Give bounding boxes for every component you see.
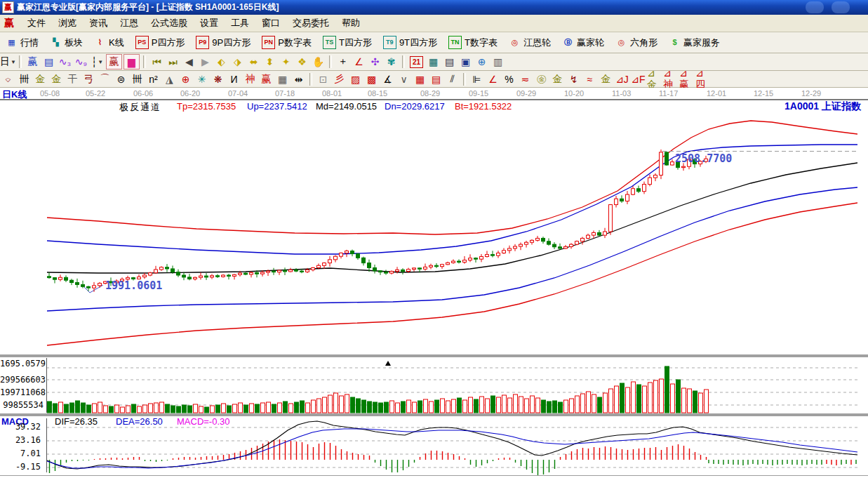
- gold-circle-icon[interactable]: ㊎: [534, 72, 549, 86]
- gann-compass-icon[interactable]: ⌔: [1, 72, 15, 86]
- menu-logo-icon: 赢: [4, 17, 14, 29]
- angle-lines-icon[interactable]: ∡: [380, 72, 395, 86]
- chart-region[interactable]: 极反通道 Tp=2315.7535 Up=2237.5412 Md=2149.0…: [0, 100, 868, 478]
- jump-last-icon[interactable]: ⏭: [166, 55, 180, 69]
- brush-tool-icon[interactable]: ↯: [566, 72, 581, 86]
- shift-right-icon[interactable]: ⬗: [230, 55, 245, 69]
- winner-service-button[interactable]: $赢家服务: [667, 36, 722, 50]
- hash-grid-icon[interactable]: 卌: [130, 72, 145, 86]
- kline-button[interactable]: ⌇K线: [92, 36, 126, 50]
- f-grid-icon[interactable]: 干: [65, 72, 80, 86]
- shen-angle-icon[interactable]: ⊿神: [663, 72, 678, 86]
- network-icon[interactable]: ⊕: [474, 55, 489, 69]
- t9-square-button[interactable]: T99T四方形: [381, 35, 439, 50]
- angle-measure-icon[interactable]: ∠: [352, 55, 366, 69]
- gold-grid-2-icon[interactable]: 金: [49, 72, 64, 86]
- gann-flower-icon[interactable]: ✣: [368, 55, 382, 69]
- starburst-icon[interactable]: ✳: [194, 72, 209, 86]
- n-square-icon[interactable]: n²: [146, 72, 161, 86]
- winner-service-icon: $: [669, 36, 681, 48]
- percent-line-icon[interactable]: ≂: [518, 72, 533, 86]
- wave-v-icon[interactable]: ∨: [396, 72, 411, 86]
- workstation-icon[interactable]: ▥: [490, 55, 505, 69]
- save-icon[interactable]: ▣: [458, 55, 473, 69]
- shift-left-icon[interactable]: ⬖: [214, 55, 229, 69]
- menu-item-3[interactable]: 江恩: [114, 15, 145, 31]
- star-grid-icon[interactable]: ❋: [211, 72, 225, 86]
- step-forward-icon[interactable]: ▶: [198, 55, 213, 69]
- gold-angle-icon[interactable]: 金: [599, 72, 613, 86]
- menu-item-2[interactable]: 资讯: [83, 15, 114, 31]
- fit-screen-icon[interactable]: ✦: [279, 55, 293, 69]
- menu-item-7[interactable]: 窗口: [255, 15, 286, 31]
- j-angle-icon[interactable]: ⊿J: [615, 72, 629, 86]
- full-range-icon[interactable]: ❖: [295, 55, 309, 69]
- hand-tool-icon[interactable]: ✋: [311, 55, 326, 69]
- percent-icon[interactable]: %: [502, 72, 516, 86]
- gold-angle-2-icon[interactable]: ⊿金: [647, 72, 662, 86]
- info-panel-icon[interactable]: ▤: [41, 55, 56, 69]
- macd-axis-label: 23.16: [0, 435, 41, 445]
- scale-tool-icon[interactable]: ⊫: [469, 72, 484, 86]
- hexagon-button[interactable]: ◎六角形: [613, 36, 660, 50]
- p-number-button[interactable]: PNP数字表: [260, 35, 314, 50]
- mirror-angle-icon[interactable]: ◮: [162, 72, 177, 86]
- wave-3-icon[interactable]: ∿₃: [58, 55, 72, 69]
- fan-dense-icon[interactable]: ▩: [364, 72, 379, 86]
- gann-wheel-button[interactable]: ◎江恩轮: [507, 36, 553, 50]
- menu-item-5[interactable]: 设置: [194, 15, 225, 31]
- percent-angle-icon[interactable]: ∠: [486, 72, 500, 86]
- fan-lines-icon[interactable]: 彡: [332, 72, 347, 86]
- spiral-icon[interactable]: 弓: [81, 72, 96, 86]
- box-select-icon[interactable]: ⊡: [316, 72, 330, 86]
- fan-box-icon[interactable]: ▨: [348, 72, 363, 86]
- target-cross-icon[interactable]: ⊕: [178, 72, 193, 86]
- jump-first-icon[interactable]: ⏮: [149, 55, 164, 69]
- wave-ab-icon[interactable]: ≈: [582, 72, 597, 86]
- color-histogram-icon[interactable]: ▆: [123, 54, 140, 69]
- menu-item-1[interactable]: 浏览: [52, 15, 83, 31]
- winner-wheel-button[interactable]: Ⓑ赢家轮: [560, 36, 606, 50]
- calculator-icon[interactable]: ▦: [426, 55, 441, 69]
- win-grid-icon[interactable]: 赢: [259, 72, 274, 86]
- notes-icon[interactable]: ▤: [442, 55, 457, 69]
- p-square-button[interactable]: PSP四方形: [133, 35, 187, 50]
- gold-line-icon[interactable]: 金: [550, 72, 565, 86]
- ruler-grid-icon[interactable]: ▦: [275, 72, 290, 86]
- knot-tool-icon[interactable]: ✾: [384, 55, 399, 69]
- win-overview-icon[interactable]: 赢: [25, 55, 40, 69]
- slash-lines-icon[interactable]: ⫽: [445, 72, 460, 86]
- p9-square-button[interactable]: P99P四方形: [194, 35, 253, 50]
- menu-item-6[interactable]: 工具: [225, 15, 255, 31]
- win-angle-icon[interactable]: ⊿赢: [679, 72, 694, 86]
- menu-item-4[interactable]: 公式选股: [145, 15, 194, 31]
- f-angle-icon[interactable]: ⊿F: [631, 72, 646, 86]
- period-day-dropdown-icon[interactable]: 日▼: [1, 55, 15, 69]
- t-square-button[interactable]: TST四方形: [321, 35, 374, 50]
- k-mark-icon[interactable]: И: [227, 72, 241, 86]
- si-angle-icon[interactable]: ⊿四: [695, 72, 710, 86]
- candle-style-dropdown-icon[interactable]: ┆▼: [90, 55, 105, 69]
- compress-x-icon[interactable]: ⬍: [262, 55, 277, 69]
- title-bar[interactable]: 赢 赢家江恩专业版[赢家内部服务平台] - [上证指数 SH1A0001-165…: [0, 0, 868, 15]
- grid-tool-icon[interactable]: 卌: [17, 72, 32, 86]
- crosshair-tool-icon[interactable]: ＋: [335, 55, 350, 69]
- shen-grid-icon[interactable]: 神: [243, 72, 258, 86]
- calendar-icon[interactable]: 21: [410, 56, 423, 68]
- menu-item-9[interactable]: 帮助: [335, 15, 366, 31]
- grid-red-2-icon[interactable]: ▤: [429, 72, 443, 86]
- step-back-icon[interactable]: ◀: [182, 55, 196, 69]
- sectors-button[interactable]: ▚板块: [48, 36, 85, 50]
- menu-item-0[interactable]: 文件: [21, 15, 52, 31]
- menu-item-8[interactable]: 交易委托: [286, 15, 335, 31]
- t-number-button[interactable]: TNT数字表: [446, 35, 500, 50]
- quotes-button[interactable]: ▦行情: [4, 36, 41, 50]
- circle-grid-icon[interactable]: ⊜: [114, 72, 128, 86]
- wave-9-icon[interactable]: ∿₉: [74, 55, 88, 69]
- win-red-icon[interactable]: 赢: [106, 54, 122, 69]
- grid-red-1-icon[interactable]: ▦: [413, 72, 427, 86]
- span-arrows-icon[interactable]: ⇹: [291, 72, 306, 86]
- gold-grid-1-icon[interactable]: 金: [33, 72, 48, 86]
- compass-2-icon[interactable]: ⌒: [98, 72, 112, 86]
- expand-x-icon[interactable]: ⬌: [246, 55, 261, 69]
